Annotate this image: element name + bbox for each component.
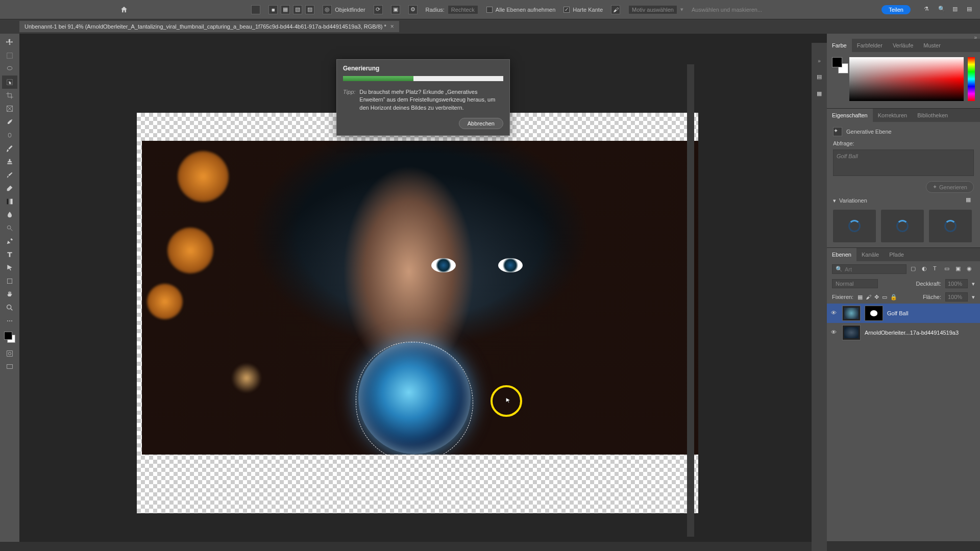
lock-position-icon[interactable]: ✥ [874, 294, 879, 300]
rectangle-tool[interactable] [2, 274, 17, 288]
path-selection-tool[interactable] [2, 261, 17, 274]
all-layers-checkbox[interactable] [486, 7, 493, 13]
eraser-tool[interactable] [2, 182, 17, 195]
overlay-icon[interactable]: ▣ [391, 5, 400, 14]
collapsed-panel-icon[interactable]: ▦ [817, 90, 822, 97]
filter-toggle-icon[interactable]: ◉ [967, 265, 975, 273]
variation-thumb-3[interactable] [929, 210, 972, 242]
prompt-input[interactable]: Golf Ball [833, 149, 974, 176]
filter-type-icon[interactable]: T [933, 265, 941, 273]
tab-muster[interactable]: Muster [918, 39, 946, 52]
mask-thumbnail[interactable] [865, 306, 883, 321]
share-button[interactable]: Teilen [881, 5, 911, 14]
selection-new-icon[interactable]: ■ [268, 5, 278, 14]
hand-tool[interactable] [2, 288, 17, 301]
object-selection-tool[interactable] [2, 76, 17, 89]
objectfinder-icon[interactable]: ◎ [323, 5, 332, 14]
settings-icon[interactable]: ⚙ [408, 5, 418, 14]
collapse-arrow-icon[interactable]: » [827, 34, 980, 39]
selection-add-icon[interactable]: ▦ [281, 5, 290, 14]
layer-name[interactable]: Golf Ball [887, 310, 909, 316]
subject-select-dropdown[interactable]: Motiv auswählen [628, 5, 677, 14]
filter-adjust-icon[interactable]: ◐ [922, 265, 930, 273]
dodge-tool[interactable] [2, 221, 17, 235]
search-icon[interactable]: 🔍 [938, 6, 946, 14]
layer-name[interactable]: ArnoldOberleiter...17a-bd44914519a3 [865, 330, 959, 336]
hard-edge-checkbox[interactable] [564, 7, 570, 13]
variation-thumb-1[interactable] [833, 210, 876, 242]
filter-smart-icon[interactable]: ▣ [955, 265, 964, 273]
tab-bibliotheken[interactable]: Bibliotheken [912, 109, 953, 122]
quickmask-icon[interactable] [2, 347, 17, 360]
home-icon[interactable] [116, 3, 132, 16]
color-swatches[interactable] [4, 332, 15, 343]
canvas-area[interactable]: Generierung Tipp: Du brauchst mehr Platz… [19, 34, 827, 542]
document-tab[interactable]: Unbenannt-1 bei 91,4% (ArnoldOberleiter_… [19, 21, 399, 32]
chevron-down-icon[interactable]: ▾ [833, 197, 836, 204]
chevron-down-icon[interactable]: ▾ [972, 294, 975, 300]
tab-farbe[interactable]: Farbe [827, 39, 852, 52]
blur-tool[interactable] [2, 208, 17, 221]
tab-kanaele[interactable]: Kanäle [856, 248, 884, 261]
layer-thumbnail[interactable] [842, 325, 861, 340]
lock-pixels-icon[interactable]: 🖌 [866, 294, 871, 300]
layer-row[interactable]: 👁 Golf Ball [827, 304, 980, 323]
fill-input[interactable]: 100% [945, 292, 968, 302]
refresh-icon[interactable]: ⟳ [374, 5, 383, 14]
selection-subtract-icon[interactable]: ▧ [293, 5, 302, 14]
lock-all-icon[interactable]: 🔒 [890, 294, 897, 300]
document-canvas[interactable] [137, 113, 698, 513]
stamp-tool[interactable] [2, 155, 17, 168]
cancel-button[interactable]: Abbrechen [459, 118, 503, 129]
move-tool[interactable] [2, 36, 17, 49]
filter-pixel-icon[interactable]: ▢ [911, 265, 919, 273]
lasso-tool[interactable] [2, 62, 17, 76]
opacity-input[interactable]: 100% [945, 279, 968, 288]
tab-korrekturen[interactable]: Korrekturen [873, 109, 912, 122]
fg-bg-swatch[interactable] [832, 57, 845, 70]
chevron-down-icon[interactable]: ▾ [972, 281, 975, 287]
zoom-tool[interactable] [2, 301, 17, 314]
frame-tool[interactable] [2, 102, 17, 115]
tab-verlaeufe[interactable]: Verläufe [888, 39, 918, 52]
crop-tool[interactable] [2, 89, 17, 102]
screenmode-icon[interactable] [2, 360, 17, 373]
tab-farbfelder[interactable]: Farbfelder [852, 39, 888, 52]
hue-slider[interactable] [968, 57, 975, 101]
edit-toolbar-icon[interactable]: ⋯ [2, 314, 17, 328]
radius-input[interactable]: Rechteck [448, 5, 478, 14]
tab-eigenschaften[interactable]: Eigenschaften [827, 109, 873, 122]
filter-shape-icon[interactable]: ▭ [944, 265, 952, 273]
history-brush-tool[interactable] [2, 168, 17, 182]
blend-mode-select[interactable]: Normal [832, 279, 878, 288]
type-tool[interactable] [2, 248, 17, 261]
visibility-icon[interactable]: 👁 [831, 310, 838, 317]
layer-row[interactable]: 👁 ArnoldOberleiter...17a-bd44914519a3 [827, 323, 980, 342]
healing-tool[interactable] [2, 129, 17, 142]
layer-thumbnail[interactable] [842, 306, 861, 321]
variation-thumb-2[interactable] [881, 210, 924, 242]
gradient-tool[interactable] [2, 195, 17, 208]
lock-artboard-icon[interactable]: ▭ [882, 294, 887, 300]
pen-tool[interactable] [2, 235, 17, 248]
arrange-icon[interactable]: ▤ [967, 6, 975, 14]
expand-arrow-icon[interactable]: » [818, 58, 821, 63]
brush-settings-icon[interactable]: 🖌 [611, 5, 620, 14]
grid-view-icon[interactable]: ▦ [966, 196, 974, 205]
tool-preset-icon[interactable] [251, 5, 260, 14]
color-spectrum[interactable] [849, 57, 964, 101]
visibility-icon[interactable]: 👁 [831, 329, 838, 336]
vertical-scrollbar[interactable] [687, 64, 694, 537]
layer-filter-search[interactable]: 🔍 [832, 264, 906, 274]
generate-button[interactable]: ✦ Generieren [926, 181, 974, 193]
selection-intersect-icon[interactable]: ▨ [305, 5, 314, 14]
brush-tool[interactable] [2, 142, 17, 155]
select-and-mask-button[interactable]: Auswählen und maskieren... [692, 7, 762, 13]
collapsed-panel-icon[interactable]: ▤ [817, 73, 822, 80]
collapsed-panel-strip[interactable]: » ▤ ▦ [812, 43, 827, 551]
lock-transparency-icon[interactable]: ▦ [857, 294, 863, 300]
layer-search-input[interactable] [845, 266, 903, 272]
eyedropper-tool[interactable] [2, 115, 17, 129]
workspace-icon[interactable]: ▥ [952, 6, 961, 14]
tab-ebenen[interactable]: Ebenen [827, 248, 856, 261]
